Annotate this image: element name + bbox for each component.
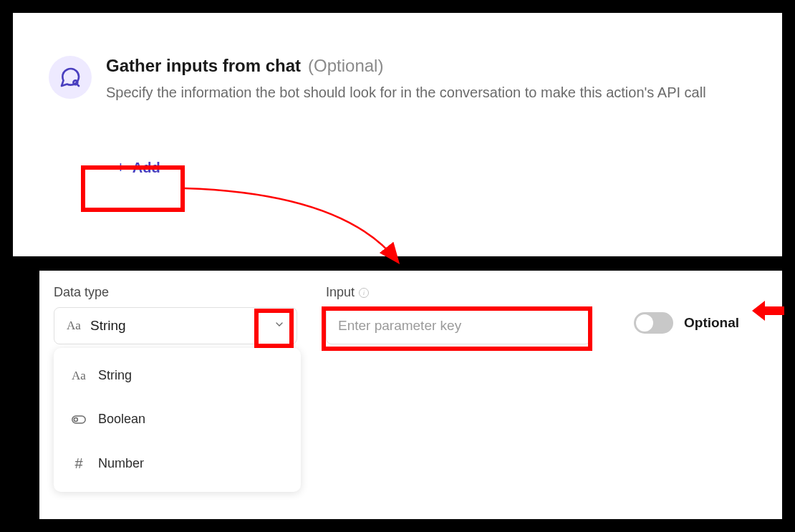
add-button-label: Add xyxy=(132,160,160,176)
optional-toggle-group: Optional xyxy=(634,312,739,334)
header-text-block: Gather inputs from chat (Optional) Speci… xyxy=(106,56,746,103)
dropdown-option-string[interactable]: Aa String xyxy=(54,354,301,397)
string-type-icon: Aa xyxy=(71,369,87,383)
datatype-dropdown: Aa String Boolean # Number xyxy=(54,348,301,492)
dropdown-option-number[interactable]: # Number xyxy=(54,441,301,486)
panel-title: Gather inputs from chat xyxy=(106,56,301,76)
datatype-selected-value: String xyxy=(90,318,265,334)
input-column: Input i xyxy=(326,285,591,344)
parameter-form-panel: Data type Aa String Aa String Bool xyxy=(39,271,782,519)
boolean-type-icon xyxy=(71,415,87,425)
form-row: Data type Aa String Aa String Bool xyxy=(50,285,771,344)
optional-toggle[interactable] xyxy=(634,312,673,334)
datatype-select[interactable]: Aa String xyxy=(54,307,297,344)
svg-point-3 xyxy=(74,417,77,421)
chat-search-icon xyxy=(49,56,92,99)
dropdown-option-label: Boolean xyxy=(98,412,145,427)
panel-title-tag: (Optional) xyxy=(308,56,383,76)
datatype-column: Data type Aa String Aa String Bool xyxy=(54,285,297,344)
datatype-label: Data type xyxy=(54,285,297,300)
dropdown-option-label: Number xyxy=(98,456,144,471)
add-button[interactable]: + Add xyxy=(99,150,178,185)
number-type-icon: # xyxy=(71,455,87,472)
chevron-down-icon xyxy=(274,318,285,334)
svg-line-1 xyxy=(77,84,79,86)
toggle-knob xyxy=(636,314,653,332)
plus-icon: + xyxy=(116,158,125,177)
gather-inputs-panel: Gather inputs from chat (Optional) Speci… xyxy=(13,13,782,256)
string-type-icon: Aa xyxy=(66,319,82,333)
dropdown-option-label: String xyxy=(98,368,132,383)
input-label: Input i xyxy=(326,285,591,300)
panel-description: Specify the information the bot should l… xyxy=(106,82,746,103)
optional-toggle-label: Optional xyxy=(684,315,739,331)
input-label-text: Input xyxy=(326,285,355,300)
dropdown-option-boolean[interactable]: Boolean xyxy=(54,397,301,441)
panel-header: Gather inputs from chat (Optional) Speci… xyxy=(49,56,746,103)
parameter-key-input[interactable] xyxy=(326,307,591,344)
info-icon[interactable]: i xyxy=(359,288,369,298)
